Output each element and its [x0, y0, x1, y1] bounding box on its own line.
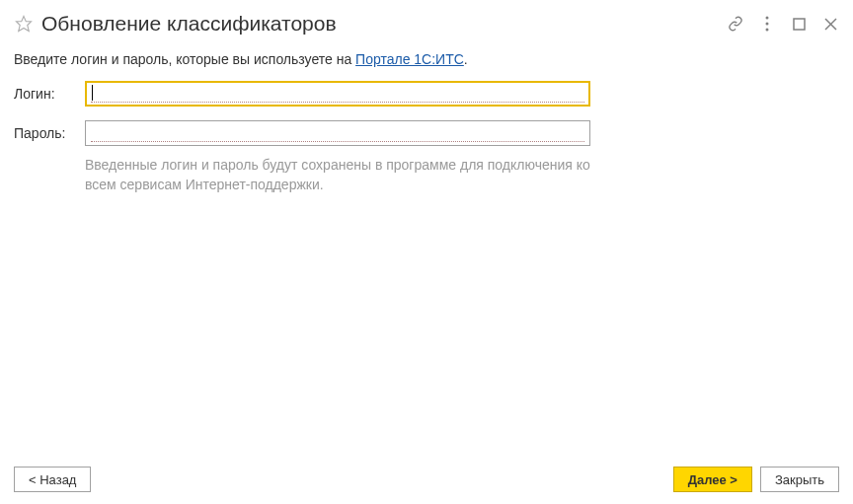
header-buttons	[727, 15, 839, 33]
svg-marker-0	[17, 17, 32, 32]
intro-suffix: .	[464, 51, 468, 67]
maximize-icon[interactable]	[790, 15, 808, 33]
login-row: Логин:	[14, 81, 839, 107]
window-header: Обновление классификаторов	[0, 0, 853, 43]
page-title: Обновление классификаторов	[41, 12, 727, 36]
back-button[interactable]: < Назад	[14, 467, 91, 492]
close-icon[interactable]	[821, 15, 839, 33]
login-input[interactable]	[85, 81, 590, 107]
footer-right: Далее > Закрыть	[673, 467, 839, 492]
footer: < Назад Далее > Закрыть	[14, 467, 839, 492]
link-icon[interactable]	[727, 15, 744, 33]
portal-link[interactable]: Портале 1С:ИТС	[355, 51, 464, 67]
next-button[interactable]: Далее >	[673, 467, 752, 492]
password-row: Пароль:	[14, 120, 839, 146]
content-area: Введите логин и пароль, которые вы испол…	[0, 43, 853, 202]
close-button[interactable]: Закрыть	[760, 467, 839, 492]
intro-text: Введите логин и пароль, которые вы испол…	[14, 51, 839, 67]
password-input[interactable]	[85, 120, 590, 146]
svg-point-1	[766, 17, 769, 20]
login-label: Логин:	[14, 86, 85, 102]
text-cursor	[92, 85, 93, 101]
hint-text: Введенные логин и пароль будут сохранены…	[85, 156, 590, 194]
svg-rect-4	[794, 19, 805, 30]
more-icon[interactable]	[758, 15, 776, 33]
password-label: Пароль:	[14, 125, 85, 141]
favorite-star-icon[interactable]	[14, 14, 34, 34]
svg-point-3	[766, 29, 769, 32]
svg-point-2	[766, 23, 769, 26]
intro-prefix: Введите логин и пароль, которые вы испол…	[14, 51, 355, 67]
